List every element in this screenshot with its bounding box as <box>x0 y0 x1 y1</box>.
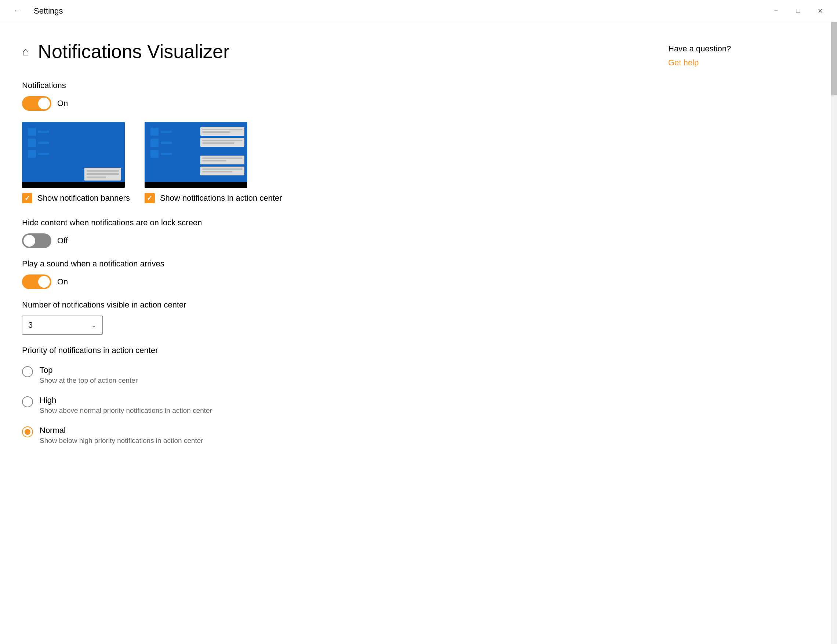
num-notifications-label: Number of notifications visible in actio… <box>22 300 653 310</box>
hide-content-toggle-label: Off <box>57 236 68 245</box>
action-center-notifs <box>200 127 245 176</box>
radio-inner-normal <box>25 429 30 435</box>
priority-radio-top[interactable] <box>22 366 33 377</box>
icon-box-4 <box>151 128 159 136</box>
scrollbar[interactable] <box>831 22 837 644</box>
action-notif-1 <box>200 127 245 136</box>
priority-high-label: High <box>39 396 212 405</box>
play-sound-toggle-row: On <box>22 274 653 289</box>
desktop-icons-2 <box>151 128 172 158</box>
action-notif-line-1a <box>202 129 243 130</box>
desktop-icon-6 <box>151 150 172 158</box>
notifications-toggle-row: On <box>22 96 653 111</box>
icon-box-6 <box>151 150 159 158</box>
action-notif-line-3b <box>202 160 226 161</box>
hide-content-label: Hide content when notifications are on l… <box>22 218 653 228</box>
notifications-toggle-knob <box>38 98 50 109</box>
taskbar-1 <box>22 182 125 188</box>
banner-preview-image <box>22 122 125 188</box>
play-sound-toggle-label: On <box>57 277 68 287</box>
num-notifications-section: Number of notifications visible in actio… <box>22 300 653 335</box>
title-bar-left: ← Settings <box>6 0 63 22</box>
priority-top-desc: Show at the top of action center <box>39 376 138 384</box>
show-banners-label: Show notification banners <box>38 193 130 203</box>
back-button[interactable]: ← <box>6 0 28 22</box>
show-banners-row: ✓ Show notification banners <box>22 193 130 203</box>
window-title: Settings <box>34 6 63 16</box>
page-header: ⌂ Notifications Visualizer <box>22 40 653 62</box>
priority-option-normal: Normal Show below high priority notifica… <box>22 426 653 445</box>
num-notifications-dropdown[interactable]: 3 ⌄ <box>22 315 103 335</box>
minimize-button[interactable]: − <box>765 0 787 22</box>
help-section: Have a question? Get help <box>668 44 815 67</box>
action-notif-line-4a <box>202 168 243 170</box>
banner-notification <box>84 168 121 181</box>
play-sound-label: Play a sound when a notification arrives <box>22 259 653 269</box>
priority-section: Priority of notifications in action cent… <box>22 346 653 445</box>
checkmark-icon-2: ✓ <box>147 194 152 202</box>
hide-content-toggle-row: Off <box>22 233 653 248</box>
desktop-icon-1 <box>28 128 49 136</box>
desktop-icon-4 <box>151 128 172 136</box>
priority-label: Priority of notifications in action cent… <box>22 346 653 355</box>
priority-high-content: High Show above normal priority notifica… <box>39 396 212 415</box>
action-notif-4 <box>200 167 245 176</box>
action-notif-line-1b <box>202 131 230 133</box>
icon-text-6 <box>161 153 172 155</box>
left-section: ⌂ Notifications Visualizer Notifications… <box>22 40 653 456</box>
action-notif-line-4b <box>202 171 233 172</box>
priority-top-label: Top <box>39 365 138 375</box>
icon-text-3 <box>38 153 49 155</box>
banner-line-1 <box>87 170 119 172</box>
action-center-preview-image <box>144 122 247 188</box>
action-notif-line-2a <box>202 140 243 141</box>
icon-box-5 <box>151 139 159 147</box>
dropdown-arrow-icon: ⌄ <box>91 321 97 329</box>
desktop-icons-1 <box>28 128 49 158</box>
desktop-icon-3 <box>28 150 49 158</box>
show-action-center-checkbox[interactable]: ✓ <box>144 193 155 203</box>
priority-radio-high[interactable] <box>22 396 33 407</box>
show-action-center-row: ✓ Show notifications in action center <box>144 193 282 203</box>
priority-normal-desc: Show below high priority notifications i… <box>39 437 203 445</box>
action-notif-2 <box>200 138 245 147</box>
action-notif-line-2b <box>202 142 235 144</box>
icon-text-4 <box>161 131 172 133</box>
hide-content-toggle[interactable] <box>22 233 51 248</box>
play-sound-toggle-knob <box>38 276 50 288</box>
show-banners-checkbox[interactable]: ✓ <box>22 193 32 203</box>
desktop-icon-2 <box>28 139 49 147</box>
right-section: Have a question? Get help <box>668 40 815 456</box>
icon-text-2 <box>38 142 49 144</box>
title-bar: ← Settings − □ ✕ <box>0 0 837 22</box>
title-bar-controls: − □ ✕ <box>765 0 831 22</box>
priority-radio-normal[interactable] <box>22 426 33 437</box>
action-center-preview-block: ✓ Show notifications in action center <box>144 122 282 203</box>
banner-line-2 <box>87 173 119 175</box>
hide-content-toggle-knob <box>23 235 35 246</box>
priority-option-top: Top Show at the top of action center <box>22 365 653 384</box>
notifications-toggle[interactable] <box>22 96 51 111</box>
play-sound-section: Play a sound when a notification arrives… <box>22 259 653 289</box>
banner-line-3 <box>87 176 106 178</box>
page-title: Notifications Visualizer <box>38 40 229 62</box>
icon-box-2 <box>28 139 36 147</box>
action-center-gap <box>200 149 245 153</box>
notifications-section: Notifications On <box>22 81 653 111</box>
maximize-button[interactable]: □ <box>787 0 809 22</box>
priority-normal-label: Normal <box>39 426 203 435</box>
priority-top-content: Top Show at the top of action center <box>39 365 138 384</box>
help-link[interactable]: Get help <box>668 58 815 67</box>
show-action-center-label: Show notifications in action center <box>160 193 282 203</box>
notifications-toggle-label: On <box>57 99 68 108</box>
hide-content-section: Hide content when notifications are on l… <box>22 218 653 248</box>
play-sound-toggle[interactable] <box>22 274 51 289</box>
home-icon[interactable]: ⌂ <box>22 45 29 58</box>
priority-high-desc: Show above normal priority notifications… <box>39 407 212 415</box>
priority-option-high: High Show above normal priority notifica… <box>22 396 653 415</box>
action-notif-3 <box>200 156 245 164</box>
scrollbar-thumb[interactable] <box>831 22 837 95</box>
close-button[interactable]: ✕ <box>809 0 831 22</box>
desktop-icon-5 <box>151 139 172 147</box>
notifications-label: Notifications <box>22 81 653 90</box>
